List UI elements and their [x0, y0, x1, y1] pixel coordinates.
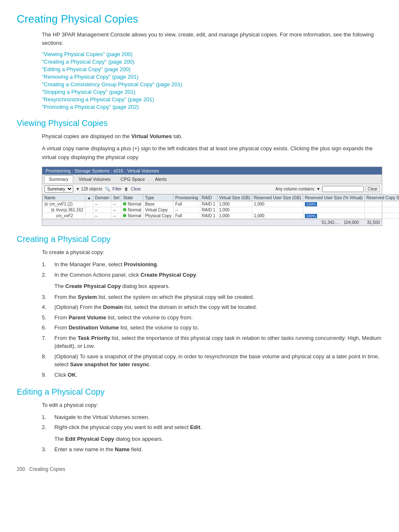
table-header-row: Name ▲ Domain Set State Type Provisionin…: [43, 195, 399, 201]
viewing-title: Viewing Physical Copies: [17, 118, 382, 128]
link-consistency[interactable]: "Creating a Consistency Group Physical C…: [42, 81, 382, 87]
editing-steps-cont: 3. Enter a new name in the Name field.: [42, 445, 382, 454]
col-provisioning: Provisioning: [174, 195, 200, 201]
col-domain: Domain: [93, 195, 111, 201]
col-reserved-user-size: Reserved User Size (GB): [252, 195, 303, 201]
col-raid: RAID: [200, 195, 217, 201]
toolbar-clear2[interactable]: Clear: [366, 186, 380, 192]
filter-btn[interactable]: Filter: [113, 187, 122, 191]
row-name: ⊟cm_vvF1 (2): [43, 201, 85, 207]
edit-step-2-sub: The Edit Physical Copy dialog box appear…: [54, 435, 382, 443]
page-number: 200: [17, 466, 25, 472]
link-viewing[interactable]: "Viewing Physical Copies" (page 200): [42, 51, 382, 57]
table-row[interactable]: ⊟#vvcp.361.162 -- -- Normal Virtual Copy…: [43, 207, 399, 213]
sc-data-table: Name ▲ Domain Set State Type Provisionin…: [42, 194, 399, 219]
sc-tabs: Summary Virtual Volumes CPG Space Alerts: [42, 175, 382, 184]
screenshot: Provisioning : Storage Systems : s016 : …: [42, 167, 382, 226]
page-footer: 200 Creating Copies: [17, 466, 382, 472]
creating-intro: To create a physical copy:: [42, 248, 382, 257]
toolbar-right: Any column contains: ▼ Clear: [275, 186, 380, 192]
creating-steps: 1. In the Manager Pane, select Provision…: [42, 260, 382, 279]
col-reserved-user-pct: Reserved User Size (% Virtual): [303, 195, 364, 201]
table-row[interactable]: cm_vvF2 -- -- Normal Physical Copy Full …: [43, 213, 399, 219]
step-8: 8. (Optional) To save a snapshot of the …: [42, 352, 382, 369]
filter-icon: 🔍: [105, 187, 110, 191]
row-name: ⊟#vvcp.361.162: [43, 207, 85, 213]
link-resync[interactable]: "Resynchronizing a Physical Copy" (page …: [42, 96, 382, 103]
object-count: ▼ 128 objects: [76, 187, 102, 191]
any-col-label: Any column contains: ▼: [275, 187, 320, 191]
viewing-para1: Physical copies are displayed on the Vir…: [42, 132, 382, 141]
link-removing[interactable]: "Removing a Physical Copy" (page 201): [42, 74, 382, 80]
step-5: 5. From Parent Volume list, select the v…: [42, 314, 382, 322]
table-row[interactable]: ⊟cm_vvF1 (2) -- -- Normal Base Full RAID…: [43, 201, 399, 207]
tab-summary[interactable]: Summary: [44, 175, 73, 183]
step-7: 7. From the Task Priority list, select t…: [42, 334, 382, 350]
row-name: cm_vvF2: [43, 213, 85, 219]
creating-steps-cont: 3. From the System list, select the syst…: [42, 293, 382, 379]
creating-title: Creating a Physical Copy: [17, 234, 382, 244]
tab-virtual-volumes[interactable]: Virtual Volumes: [74, 175, 115, 183]
col-sort: ▲: [85, 195, 93, 201]
sc-footer: 51,342.... 104,000 31,500: [42, 219, 382, 226]
step-6: 6. From Destination Volume list, select …: [42, 324, 382, 332]
link-editing[interactable]: "Editing a Physical Copy" (page 200): [42, 66, 382, 72]
step-3: 3. From the System list, select the syst…: [42, 293, 382, 301]
col-reserved-copy-size: Reserved Copy Size (GB): [365, 195, 399, 201]
edit-step-2: 2. Right-click the physical copy you wan…: [42, 423, 382, 432]
col-set: Set: [111, 195, 121, 201]
page-title: Creating Physical Copies: [17, 13, 382, 26]
footer-text: Creating Copies: [29, 466, 65, 472]
step-1: 1. In the Manager Pane, select Provision…: [42, 260, 382, 269]
sc-toolbar: Summary ▼ 128 objects 🔍 Filter 🗑 Clear A…: [42, 184, 382, 194]
link-promoting[interactable]: "Promoting a Physical Copy" (page 202): [42, 104, 382, 110]
intro-paragraph: The HP 3PAR Management Console allows yo…: [42, 31, 382, 47]
links-list: "Viewing Physical Copies" (page 200) "Cr…: [42, 51, 382, 110]
editing-intro: To edit a physical copy:: [42, 401, 382, 410]
tab-alerts[interactable]: Alerts: [150, 175, 171, 183]
step-2: 2. In the Common Actions panel, click Cr…: [42, 271, 382, 279]
step-9: 9. Click OK.: [42, 371, 382, 379]
link-creating[interactable]: "Creating a Physical Copy" (page 200): [42, 59, 382, 65]
step-2-sub: The Create Physical Copy dialog box appe…: [54, 282, 382, 290]
col-type: Type: [143, 195, 173, 201]
summary-select[interactable]: Summary: [44, 185, 73, 193]
sc-titlebar: Provisioning : Storage Systems : s016 : …: [42, 167, 382, 175]
viewing-para2: A virtual copy name displaying a plus (+…: [42, 144, 382, 162]
link-stopping[interactable]: "Stopping a Physical Copy" (page 201): [42, 89, 382, 95]
clear-btn[interactable]: Clear: [131, 187, 141, 191]
col-search-input[interactable]: [322, 186, 364, 192]
col-state: State: [121, 195, 143, 201]
editing-title: Editing a Physical Copy: [17, 387, 382, 397]
tab-cpg-space[interactable]: CPG Space: [116, 175, 149, 183]
editing-steps: 1. Navigate to the Virtual Volumes scree…: [42, 413, 382, 432]
edit-step-3: 3. Enter a new name in the Name field.: [42, 445, 382, 454]
edit-step-1: 1. Navigate to the Virtual Volumes scree…: [42, 413, 382, 421]
col-virtual-size: Virtual Size (GB): [217, 195, 252, 201]
clear-icon: 🗑: [124, 187, 128, 191]
col-name: Name: [43, 195, 85, 201]
step-4: 4. (Optional) From the Domain list, sele…: [42, 303, 382, 311]
